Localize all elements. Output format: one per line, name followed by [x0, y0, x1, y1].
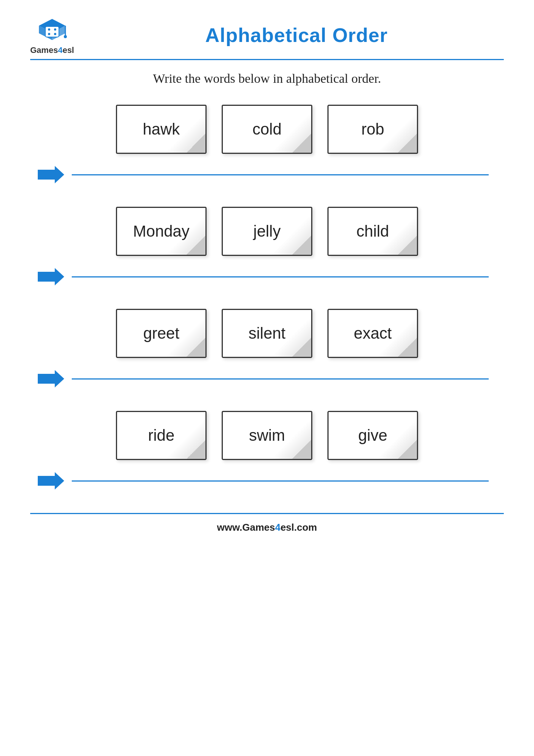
svg-marker-13 — [38, 472, 64, 490]
logo-icon — [37, 15, 67, 45]
page: Games4esl Alphabetical Order Write the w… — [0, 0, 534, 756]
word-card-text: exact — [354, 324, 392, 342]
word-card: child — [327, 207, 418, 256]
answer-row-4 — [30, 471, 504, 490]
word-card: Monday — [116, 207, 207, 256]
svg-point-6 — [48, 33, 50, 35]
word-card-text: ride — [148, 426, 174, 445]
arrow-icon — [38, 471, 64, 490]
word-set-3: greet silent exact — [30, 309, 504, 388]
header-divider — [30, 59, 504, 60]
word-card: swim — [222, 411, 312, 460]
answer-row-1 — [30, 165, 504, 184]
footer-number: 4 — [275, 522, 280, 533]
answer-line-1 — [72, 174, 489, 175]
word-card-text: swim — [249, 426, 285, 445]
arrow-icon — [38, 369, 64, 388]
svg-point-9 — [64, 35, 67, 38]
logo-text: Games4esl — [30, 45, 74, 55]
arrow-icon — [38, 267, 64, 286]
word-card: greet — [116, 309, 207, 358]
word-card: silent — [222, 309, 312, 358]
word-card: cold — [222, 105, 312, 154]
word-card-text: jelly — [253, 222, 281, 240]
word-card: exact — [327, 309, 418, 358]
answer-line-4 — [72, 480, 489, 482]
word-card-text: hawk — [143, 120, 180, 138]
word-cards-row-4: ride swim give — [30, 411, 504, 460]
arrow-icon — [38, 165, 64, 184]
word-cards-row-3: greet silent exact — [30, 309, 504, 358]
word-card: jelly — [222, 207, 312, 256]
svg-rect-3 — [45, 26, 59, 37]
title-area: Alphabetical Order — [89, 24, 504, 46]
word-set-1: hawk cold rob — [30, 105, 504, 184]
footer-divider — [30, 513, 504, 514]
instruction-text: Write the words below in alphabetical or… — [30, 71, 504, 86]
word-cards-row-2: Monday jelly child — [30, 207, 504, 256]
page-title: Alphabetical Order — [89, 24, 504, 46]
word-card-text: give — [358, 426, 387, 445]
word-card: rob — [327, 105, 418, 154]
word-card: ride — [116, 411, 207, 460]
word-card-text: silent — [248, 324, 286, 342]
word-card: give — [327, 411, 418, 460]
word-set-2: Monday jelly child — [30, 207, 504, 286]
word-card-text: child — [357, 222, 389, 240]
answer-row-3 — [30, 369, 504, 388]
answer-row-2 — [30, 267, 504, 286]
word-cards-row-1: hawk cold rob — [30, 105, 504, 154]
word-card: hawk — [116, 105, 207, 154]
svg-point-5 — [54, 28, 56, 31]
header: Games4esl Alphabetical Order — [30, 15, 504, 55]
word-set-4: ride swim give — [30, 411, 504, 490]
word-card-text: cold — [252, 120, 281, 138]
footer-text: www.Games4esl.com — [30, 522, 504, 533]
answer-line-2 — [72, 276, 489, 277]
word-card-text: rob — [361, 120, 384, 138]
word-card-text: Monday — [133, 222, 189, 240]
word-card-text: greet — [143, 324, 179, 342]
svg-marker-12 — [38, 370, 64, 387]
svg-marker-11 — [38, 268, 64, 285]
svg-marker-10 — [38, 166, 64, 183]
logo-area: Games4esl — [30, 15, 74, 55]
answer-line-3 — [72, 378, 489, 380]
logo-number: 4 — [58, 45, 62, 55]
svg-point-7 — [54, 33, 56, 35]
svg-point-4 — [48, 28, 50, 31]
